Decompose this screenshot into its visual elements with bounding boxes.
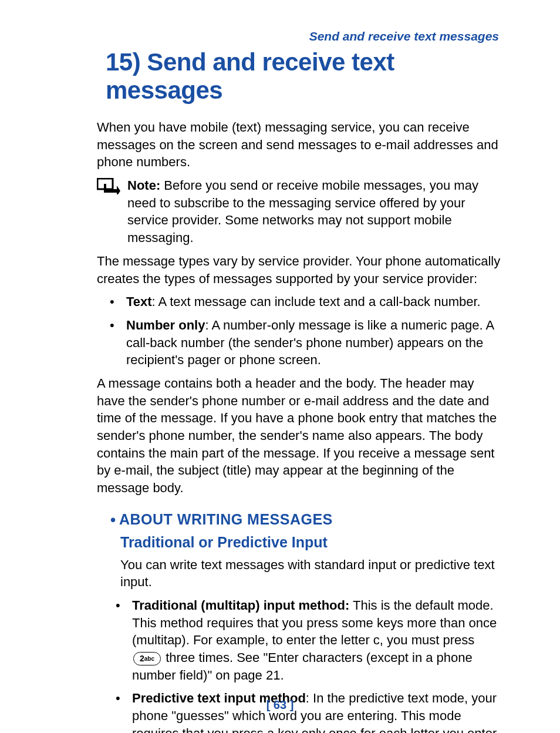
running-header: Send and receive text messages: [53, 29, 501, 43]
key-letters: abc: [144, 655, 154, 662]
intro-paragraph: When you have mobile (text) messaging se…: [97, 119, 501, 171]
note-block: Note: Before you send or receive mobile …: [97, 177, 501, 247]
method-label: Traditional (multitap) input method:: [132, 598, 349, 613]
message-types-list: Text: A text message can include text an…: [97, 293, 501, 369]
type-label: Number only: [126, 318, 205, 332]
body: When you have mobile (text) messaging se…: [53, 119, 501, 733]
note-text: Note: Before you send or receive mobile …: [125, 177, 501, 247]
type-text: : A text message can include text and a …: [152, 294, 481, 309]
key-2abc-icon: 2abc: [133, 652, 161, 665]
subsection-heading: Traditional or Predictive Input: [120, 533, 501, 553]
section-heading: ABOUT WRITING MESSAGES: [119, 511, 333, 527]
paragraph-input-intro: You can write text messages with standar…: [120, 556, 501, 591]
input-methods-list: Traditional (multitap) input method: Thi…: [120, 597, 501, 733]
type-label: Text: [126, 294, 152, 309]
paragraph-header-body: A message contains both a header and the…: [97, 375, 501, 497]
method-text-post: three times. See "Enter characters (exce…: [132, 650, 473, 682]
paragraph-types-intro: The message types vary by service provid…: [97, 253, 501, 287]
note-label: Note:: [127, 178, 160, 193]
list-item: Traditional (multitap) input method: Thi…: [120, 597, 501, 684]
note-body: Before you send or receive mobile messag…: [127, 178, 478, 245]
page: Send and receive text messages 15) Send …: [0, 0, 560, 733]
page-title: 15) Send and receive text messages: [53, 48, 501, 105]
note-arrow-icon: [97, 177, 125, 199]
section-heading-row: •ABOUT WRITING MESSAGES: [97, 510, 501, 530]
page-number: [ 63 ]: [0, 698, 560, 712]
list-item: Text: A text message can include text an…: [114, 293, 501, 311]
key-number: 2: [140, 654, 144, 663]
bullet-icon: •: [97, 510, 119, 530]
list-item: Number only: A number-only message is li…: [114, 317, 501, 369]
